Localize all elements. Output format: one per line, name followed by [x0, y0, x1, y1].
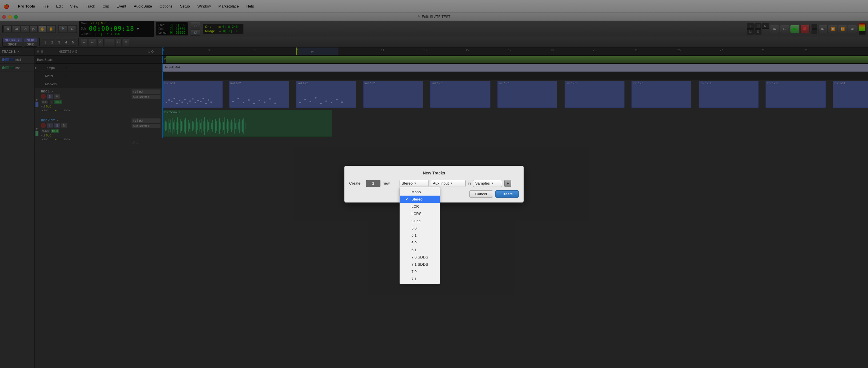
- option-mono[interactable]: Mono: [400, 188, 440, 196]
- 6-0-label: 6.0: [411, 240, 416, 245]
- channel-dropdown-container: Stereo ▼ Mono ✓ Stereo: [400, 180, 429, 187]
- create-button[interactable]: Create: [495, 190, 519, 198]
- option-5-0[interactable]: 5.0: [400, 225, 440, 232]
- samples-dropdown[interactable]: Samples ▼: [473, 180, 502, 187]
- option-quad[interactable]: Quad: [400, 217, 440, 225]
- track-type-dropdown-arrow: ▼: [450, 182, 453, 185]
- channel-dropdown-arrow: ▼: [414, 182, 416, 185]
- 5-0-label: 5.0: [411, 226, 416, 230]
- new-label: new: [383, 181, 397, 186]
- option-7-1[interactable]: 7.1: [400, 275, 440, 283]
- lcr-label: LCR: [411, 204, 419, 209]
- 7-0-label: 7.0: [411, 270, 416, 274]
- mono-label: Mono: [411, 190, 421, 194]
- option-lcrs[interactable]: LCRS: [400, 210, 440, 217]
- samples-value: Samples: [475, 181, 490, 186]
- option-6-0[interactable]: 6.0: [400, 239, 440, 246]
- dialog-container: New Tracks Create new Stereo ▼ Mono: [344, 166, 524, 202]
- option-lcr[interactable]: LCR: [400, 203, 440, 210]
- samples-dropdown-arrow: ▼: [491, 182, 494, 185]
- channel-dropdown-menu: Mono ✓ Stereo LCR LCRS: [400, 187, 440, 284]
- channel-type-dropdown[interactable]: Stereo ▼: [400, 180, 429, 187]
- channel-selected-value: Stereo: [402, 181, 412, 186]
- stereo-label: Stereo: [411, 197, 423, 201]
- track-type-dropdown[interactable]: Aux Input ▼: [431, 180, 466, 187]
- cancel-button[interactable]: Cancel: [469, 190, 493, 198]
- lcrs-label: LCRS: [411, 211, 422, 216]
- 7-1-label: 7.1: [411, 277, 416, 281]
- stereo-check: ✓: [406, 197, 410, 201]
- dialog-title: New Tracks: [349, 171, 519, 175]
- option-5-1[interactable]: 5.1: [400, 232, 440, 239]
- 6-1-label: 6.1: [411, 248, 416, 252]
- option-7-0[interactable]: 7.0: [400, 268, 440, 275]
- in-label: in: [468, 181, 471, 186]
- create-label: Create: [349, 181, 364, 186]
- 5-1-label: 5.1: [411, 233, 416, 237]
- dialog-create-row: Create new Stereo ▼ Mono: [349, 180, 519, 187]
- 7-0-sdds-label: 7.0 SDDS: [411, 255, 428, 259]
- quad-label: Quad: [411, 219, 421, 223]
- modal-overlay: New Tracks Create new Stereo ▼ Mono: [0, 0, 868, 368]
- 7-1-sdds-label: 7.1 SDDS: [411, 262, 428, 266]
- add-track-plus-btn[interactable]: +: [504, 180, 511, 187]
- track-type-value: Aux Input: [433, 181, 449, 186]
- option-stereo[interactable]: ✓ Stereo: [400, 196, 440, 203]
- option-6-1[interactable]: 6.1: [400, 246, 440, 254]
- track-count-input[interactable]: [366, 180, 380, 187]
- new-tracks-dialog: New Tracks Create new Stereo ▼ Mono: [344, 166, 524, 202]
- option-7-1-sdds[interactable]: 7.1 SDDS: [400, 261, 440, 268]
- option-7-0-sdds[interactable]: 7.0 SDDS: [400, 254, 440, 261]
